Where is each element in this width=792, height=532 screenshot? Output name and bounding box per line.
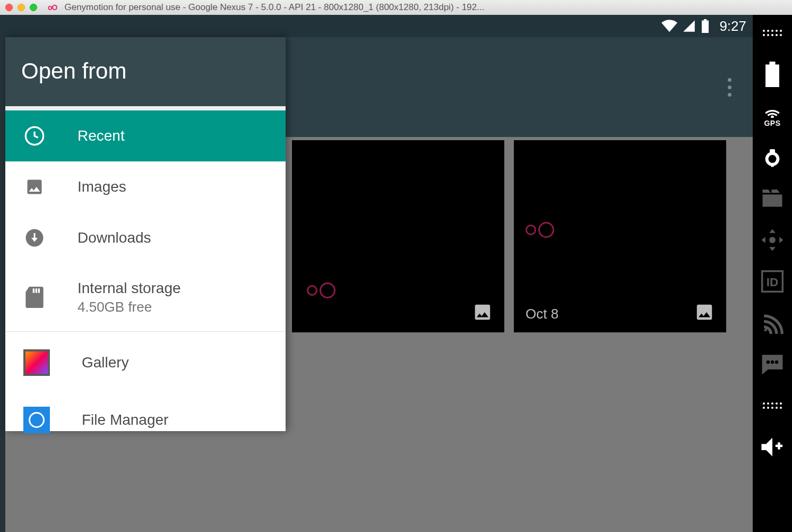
gallery-app-icon xyxy=(23,349,50,376)
image-thumbnail[interactable]: Oct 8 xyxy=(514,140,726,332)
svg-point-10 xyxy=(767,34,769,36)
window-controls xyxy=(5,4,37,11)
svg-point-12 xyxy=(776,34,778,36)
dpad-widget-button[interactable] xyxy=(761,228,784,252)
downloads-icon xyxy=(23,227,46,249)
divider xyxy=(5,106,286,110)
svg-point-33 xyxy=(771,407,773,409)
svg-point-29 xyxy=(776,402,778,405)
svg-point-32 xyxy=(767,407,769,409)
drawer-item-internal-storage[interactable]: Internal storage 4.50GB free xyxy=(5,263,286,331)
svg-point-35 xyxy=(780,407,782,409)
gps-widget-button[interactable]: GPS xyxy=(761,104,784,127)
svg-rect-19 xyxy=(763,194,782,207)
svg-point-16 xyxy=(769,155,777,163)
wifi-icon xyxy=(661,20,677,32)
file-manager-app-icon xyxy=(23,407,50,433)
device-screen: 9:27 xyxy=(0,15,753,532)
volume-up-button[interactable] xyxy=(761,435,784,459)
svg-rect-18 xyxy=(771,164,774,167)
svg-rect-3 xyxy=(38,288,40,293)
svg-text:ID: ID xyxy=(767,276,779,289)
android-status-bar: 9:27 xyxy=(0,15,753,37)
svg-point-27 xyxy=(767,402,769,405)
camera-widget-button[interactable] xyxy=(761,145,784,169)
svg-point-24 xyxy=(771,361,774,364)
svg-point-20 xyxy=(769,237,776,243)
image-icon xyxy=(472,302,493,326)
status-clock: 9:27 xyxy=(719,18,746,35)
svg-rect-1 xyxy=(33,288,35,293)
sdcard-icon xyxy=(23,286,46,308)
open-from-drawer: Open from Recent Images xyxy=(5,37,286,431)
battery-widget-button[interactable] xyxy=(761,63,784,86)
svg-point-30 xyxy=(780,402,782,405)
images-icon xyxy=(23,176,46,198)
recent-icon xyxy=(23,125,46,147)
svg-point-26 xyxy=(763,402,765,405)
drawer-app-label: File Manager xyxy=(82,411,168,428)
svg-point-11 xyxy=(771,34,773,36)
drawer-app-label: Gallery xyxy=(82,354,129,371)
image-icon xyxy=(694,302,714,326)
svg-point-28 xyxy=(771,402,773,405)
drawer-item-downloads[interactable]: Downloads xyxy=(5,212,286,263)
drawer-item-label: Images xyxy=(78,178,126,195)
sidebar-drag-handle-icon[interactable] xyxy=(761,21,784,45)
thumbnail-date: Oct 8 xyxy=(526,306,558,322)
svg-point-9 xyxy=(763,34,765,36)
gps-label: GPS xyxy=(764,119,780,127)
cellular-signal-icon xyxy=(683,20,695,32)
sidebar-drag-handle-icon[interactable] xyxy=(761,394,784,417)
mac-titlebar: o⁠O Genymotion for personal use - Google… xyxy=(0,0,792,15)
genymotion-logo-icon: o⁠O xyxy=(48,3,57,12)
svg-point-31 xyxy=(763,407,765,409)
overflow-menu-button[interactable] xyxy=(728,78,731,97)
svg-point-6 xyxy=(771,30,773,32)
minimize-window-button[interactable] xyxy=(18,4,25,11)
svg-point-13 xyxy=(780,34,782,36)
left-gutter xyxy=(0,37,5,532)
genymotion-sidebar: GPS ID xyxy=(753,15,792,532)
svg-point-14 xyxy=(771,116,774,118)
identifier-widget-button[interactable]: ID xyxy=(761,270,784,293)
svg-point-8 xyxy=(780,30,782,32)
svg-rect-2 xyxy=(36,288,37,293)
svg-point-5 xyxy=(767,30,769,32)
drawer-app-file-manager[interactable]: File Manager xyxy=(5,393,286,447)
svg-rect-17 xyxy=(770,149,775,153)
svg-point-23 xyxy=(767,361,770,364)
drawer-item-subtitle: 4.50GB free xyxy=(78,299,181,315)
drawer-app-gallery[interactable]: Gallery xyxy=(5,332,286,393)
drawer-item-recent[interactable]: Recent xyxy=(5,110,286,161)
drawer-title: Open from xyxy=(5,37,286,106)
sms-widget-button[interactable] xyxy=(761,353,784,376)
screencast-widget-button[interactable] xyxy=(761,187,784,210)
drawer-item-images[interactable]: Images xyxy=(5,161,286,212)
zoom-window-button[interactable] xyxy=(30,4,37,11)
svg-point-34 xyxy=(776,407,778,409)
network-widget-button[interactable] xyxy=(761,311,784,334)
window-title: Genymotion for personal use - Google Nex… xyxy=(64,2,484,13)
drawer-item-label: Recent xyxy=(78,127,125,144)
drawer-item-label: Internal storage xyxy=(78,280,181,297)
svg-point-7 xyxy=(776,30,778,32)
svg-point-25 xyxy=(775,361,778,364)
svg-point-4 xyxy=(763,30,765,32)
image-thumbnail[interactable] xyxy=(292,140,504,332)
close-window-button[interactable] xyxy=(5,4,13,11)
battery-icon xyxy=(701,19,710,33)
drawer-item-label: Downloads xyxy=(78,229,151,246)
